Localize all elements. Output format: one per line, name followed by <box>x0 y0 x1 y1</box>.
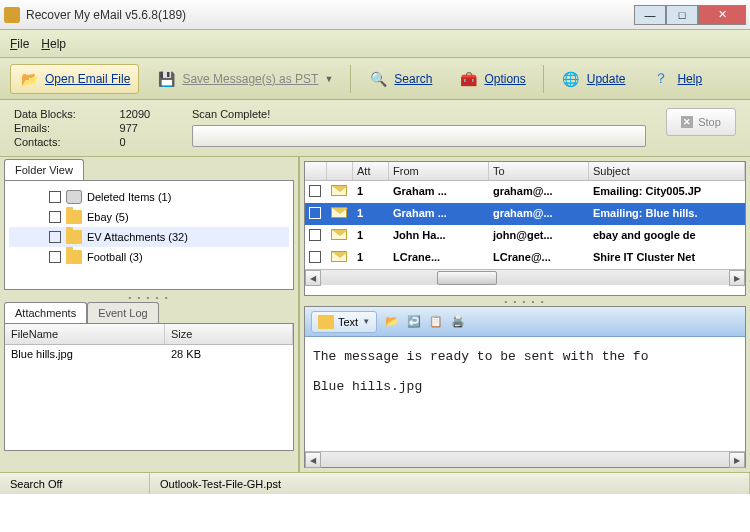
col-size[interactable]: Size <box>165 324 293 344</box>
menu-bar: File Help <box>0 30 750 58</box>
options-button[interactable]: 🧰 Options <box>449 64 534 94</box>
open-email-file-button[interactable]: 📂 Open Email File <box>10 64 139 94</box>
tree-item-label: EV Attachments (32) <box>87 231 188 243</box>
search-label: Search <box>394 72 432 86</box>
scroll-thumb[interactable] <box>437 271 497 285</box>
preview-tool-print-icon[interactable]: 🖨️ <box>451 315 465 328</box>
progress-bar <box>192 125 646 147</box>
scan-area: Scan Complete! <box>184 108 654 148</box>
scroll-left-arrow[interactable]: ◀ <box>305 270 321 286</box>
email-row[interactable]: 1 Graham ... graham@... Emailing: City00… <box>305 181 745 203</box>
checkbox[interactable] <box>49 191 61 203</box>
email-subject: ebay and google de <box>589 227 745 245</box>
col-from[interactable]: From <box>389 162 489 180</box>
help-icon: ？ <box>651 69 671 89</box>
envelope-icon <box>331 251 347 262</box>
options-label: Options <box>484 72 525 86</box>
title-bar: Recover My eMail v5.6.8(189) — □ ✕ <box>0 0 750 30</box>
email-subject: Emailing: Blue hills. <box>589 205 745 223</box>
tab-attachments[interactable]: Attachments <box>4 302 87 323</box>
stop-button[interactable]: ✕ Stop <box>666 108 736 136</box>
checkbox[interactable] <box>309 229 321 241</box>
emails-label: Emails: <box>14 122 110 134</box>
update-label: Update <box>587 72 626 86</box>
tab-event-log[interactable]: Event Log <box>87 302 159 323</box>
scroll-right-arrow[interactable]: ▶ <box>729 270 745 286</box>
envelope-icon <box>331 207 347 218</box>
tree-item-ev-attachments[interactable]: EV Attachments (32) <box>9 227 289 247</box>
email-from: Graham ... <box>389 205 489 223</box>
tree-item-label: Ebay (5) <box>87 211 129 223</box>
email-list-header: Att From To Subject <box>305 162 745 181</box>
checkbox[interactable] <box>309 207 321 219</box>
email-to: graham@... <box>489 183 589 201</box>
splitter-horizontal[interactable]: • • • • • <box>300 298 750 304</box>
update-button[interactable]: 🌐 Update <box>552 64 635 94</box>
data-blocks-label: Data Blocks: <box>14 108 110 120</box>
save-pst-button[interactable]: 💾 Save Message(s) as PST ▼ <box>147 64 342 94</box>
col-filename[interactable]: FileName <box>5 324 165 344</box>
scroll-left-arrow[interactable]: ◀ <box>305 452 321 468</box>
status-bar: Search Off Outlook-Test-File-GH.pst <box>0 472 750 494</box>
tab-folder-view[interactable]: Folder View <box>4 159 84 180</box>
menu-help[interactable]: Help <box>41 37 66 51</box>
maximize-button[interactable]: □ <box>666 5 698 25</box>
checkbox[interactable] <box>49 231 61 243</box>
help-button[interactable]: ？ Help <box>642 64 711 94</box>
attachments-panel: FileName Size Blue hills.jpg 28 KB <box>4 323 294 451</box>
checkbox[interactable] <box>49 251 61 263</box>
email-from: John Ha... <box>389 227 489 245</box>
minimize-button[interactable]: — <box>634 5 666 25</box>
right-column: Att From To Subject 1 Graham ... graham@… <box>300 157 750 472</box>
email-att: 1 <box>353 227 389 245</box>
email-row[interactable]: 1 LCrane... LCrane@... Shire IT Cluster … <box>305 247 745 269</box>
preview-tool-copy-icon[interactable]: 📋 <box>429 315 443 328</box>
scan-status-label: Scan Complete! <box>192 108 646 120</box>
preview-tool-reply-icon[interactable]: ↩️ <box>407 315 421 328</box>
bottom-tabs: Attachments Event Log <box>0 300 298 323</box>
tree-item-football[interactable]: Football (3) <box>9 247 289 267</box>
envelope-icon <box>331 229 347 240</box>
preview-pane: Text ▼ 📂 ↩️ 📋 🖨️ The message is ready to… <box>304 306 746 468</box>
col-checkbox[interactable] <box>305 162 327 180</box>
main-area: Folder View Deleted Items (1) Ebay (5) E… <box>0 157 750 472</box>
data-blocks-value: 12090 <box>120 108 184 120</box>
folder-icon <box>318 315 334 329</box>
email-subject: Shire IT Cluster Net <box>589 249 745 267</box>
preview-tool-open-icon[interactable]: 📂 <box>385 315 399 328</box>
col-flag[interactable] <box>327 162 353 180</box>
tree-item-deleted[interactable]: Deleted Items (1) <box>9 187 289 207</box>
folder-tree[interactable]: Deleted Items (1) Ebay (5) EV Attachment… <box>5 181 293 273</box>
col-subject[interactable]: Subject <box>589 162 745 180</box>
app-icon <box>4 7 20 23</box>
scroll-right-arrow[interactable]: ▶ <box>729 452 745 468</box>
email-to: LCrane@... <box>489 249 589 267</box>
toolbar: 📂 Open Email File 💾 Save Message(s) as P… <box>0 58 750 100</box>
menu-file[interactable]: File <box>10 37 29 51</box>
preview-body[interactable]: The message is ready to be sent with the… <box>305 337 745 451</box>
folder-open-icon: 📂 <box>19 69 39 89</box>
text-view-button[interactable]: Text ▼ <box>311 311 377 333</box>
checkbox[interactable] <box>49 211 61 223</box>
trash-icon <box>66 190 82 204</box>
email-row-selected[interactable]: 1 Graham ... graham@... Emailing: Blue h… <box>305 203 745 225</box>
col-att[interactable]: Att <box>353 162 389 180</box>
status-file: Outlook-Test-File-GH.pst <box>150 473 750 494</box>
preview-scrollbar[interactable]: ◀ ▶ <box>305 451 745 467</box>
col-to[interactable]: To <box>489 162 589 180</box>
envelope-icon <box>331 185 347 196</box>
help-label: Help <box>677 72 702 86</box>
contacts-label: Contacts: <box>14 136 110 148</box>
checkbox[interactable] <box>309 185 321 197</box>
email-row[interactable]: 1 John Ha... john@get... ebay and google… <box>305 225 745 247</box>
horizontal-scrollbar[interactable]: ◀ ▶ <box>305 269 745 285</box>
tree-item-ebay[interactable]: Ebay (5) <box>9 207 289 227</box>
toolbar-divider <box>350 65 351 93</box>
attachment-row[interactable]: Blue hills.jpg 28 KB <box>5 345 293 363</box>
status-search: Search Off <box>0 473 150 494</box>
search-button[interactable]: 🔍 Search <box>359 64 441 94</box>
close-button[interactable]: ✕ <box>698 5 746 25</box>
email-rows: 1 Graham ... graham@... Emailing: City00… <box>305 181 745 269</box>
checkbox[interactable] <box>309 251 321 263</box>
emails-value: 977 <box>120 122 184 134</box>
